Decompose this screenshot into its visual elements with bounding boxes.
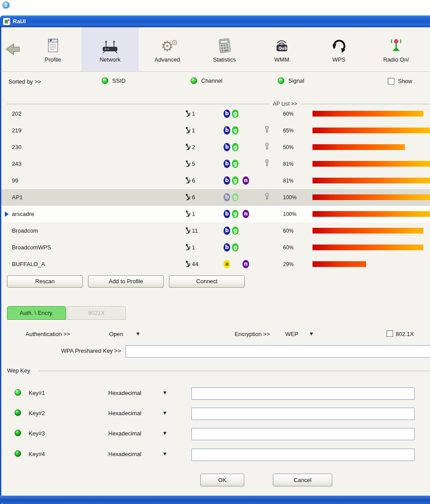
wep-key-input-3[interactable] (191, 428, 415, 440)
toolbar-item-wps[interactable]: WPS (310, 27, 368, 71)
sort-option-channel[interactable]: Channel (191, 77, 222, 84)
add-to-profile-button[interactable]: Add to Profile (88, 275, 164, 288)
toolbar-item-label: Advanced (154, 56, 180, 63)
toolbar-item-wmm[interactable]: QoSWMM (253, 27, 310, 71)
chevron-down-icon[interactable]: ▼ (163, 411, 166, 415)
ap-signal-percent: 65% (283, 128, 294, 134)
checkbox-icon (388, 78, 394, 84)
band-g-icon: g (232, 243, 239, 252)
sort-option-ssid[interactable]: SSID (102, 77, 125, 84)
wep-key-format-select[interactable]: Hexadecimal (108, 390, 141, 396)
back-button[interactable] (1, 27, 24, 71)
ap-row[interactable]: 2435bg81% (1, 156, 430, 172)
wep-key-row: Key#1Hexadecimal▼ (1, 387, 430, 400)
channel-icon (185, 244, 191, 251)
channel-number: 6 (192, 177, 195, 184)
ap-row[interactable]: AP16bg100% (1, 189, 430, 206)
ok-button[interactable]: OK (200, 474, 244, 486)
wep-key-group: Wep Key (7, 367, 430, 374)
toolbar-item-profile[interactable]: PProfile (24, 27, 81, 71)
window-title: RaUI (13, 18, 26, 25)
ap-channel: 11 (185, 227, 198, 234)
lock-icon (265, 193, 269, 200)
dot1x-checkbox[interactable] (386, 330, 393, 337)
ap-ssid: 243 (12, 161, 22, 167)
led-icon[interactable] (15, 409, 21, 416)
profile-icon: P (45, 36, 60, 54)
wep-key-format-select[interactable]: Hexadecimal (108, 430, 141, 437)
ap-row[interactable]: Broadcom11bg60% (1, 223, 430, 239)
ap-row[interactable]: arscadre1bgn100% (1, 206, 430, 223)
ap-row[interactable]: 2021bg60% (1, 106, 430, 122)
ap-row[interactable]: 996bgn81% (1, 172, 430, 189)
toolbar-item-radio[interactable]: Radio On/ (368, 27, 425, 71)
wep-key-format-select[interactable]: Hexadecimal (108, 410, 141, 416)
connect-button[interactable]: Connect (169, 275, 245, 288)
titlebar[interactable]: R RaUI (0, 15, 430, 27)
ap-row[interactable]: BUFFALO_A44an29% (1, 256, 430, 273)
toolbar-item-label: Profile (45, 56, 61, 63)
led-icon[interactable] (15, 389, 21, 396)
wep-key-label: Key#2 (29, 410, 45, 416)
sort-option-signal[interactable]: Signal (278, 77, 304, 84)
ap-channel: 1 (185, 110, 195, 117)
chevron-down-icon[interactable]: ▼ (136, 332, 140, 336)
raui-window: R RaUI PProfileNetwork⚙⚙AdvancedStatisti… (0, 15, 430, 504)
wmm-icon: QoS (273, 36, 290, 54)
led-icon[interactable] (15, 430, 21, 436)
ap-row[interactable]: BroadcomWPS1bg60% (1, 239, 430, 256)
ap-row[interactable]: 2191bg65% (1, 122, 430, 139)
channel-number: 2 (192, 144, 195, 150)
band-b-icon: b (224, 210, 230, 218)
wep-key-format-select[interactable]: Hexadecimal (108, 451, 141, 457)
toolbar-item-statistics[interactable]: Statistics (196, 27, 253, 71)
ap-ssid: BUFFALO_A (12, 261, 45, 267)
chevron-down-icon[interactable]: ▼ (163, 391, 166, 395)
ap-channel: 5 (185, 160, 195, 167)
svg-text:QoS: QoS (279, 46, 287, 50)
cancel-button[interactable]: Cancel (273, 474, 332, 486)
band-g-icon: g (232, 176, 239, 185)
wep-key-input-2[interactable] (191, 408, 415, 420)
led-icon[interactable] (15, 450, 21, 457)
encryption-select[interactable]: WEP (285, 331, 298, 337)
authentication-select[interactable]: Open (109, 331, 123, 337)
channel-icon (185, 160, 191, 167)
band-g-icon: g (232, 110, 239, 118)
channel-number: 11 (192, 227, 198, 234)
wps-icon (331, 36, 347, 54)
wpa-row: WPA Preshared Key >> (1, 345, 430, 358)
band-g-icon: g (232, 210, 239, 218)
ap-channel: 6 (185, 194, 195, 201)
chevron-down-icon[interactable]: ▼ (163, 452, 166, 456)
chevron-down-icon[interactable]: ▼ (310, 332, 313, 336)
band-b-icon: b (224, 176, 230, 185)
show-checkbox[interactable]: Show (388, 78, 412, 84)
tab-8021x[interactable]: 8021X (67, 306, 126, 320)
wep-key-row: Key#2Hexadecimal▼ (1, 408, 430, 420)
ap-signal-percent: 81% (283, 161, 294, 167)
channel-number: 1 (192, 127, 195, 134)
band-g-icon: g (232, 226, 239, 235)
channel-number: 5 (192, 161, 195, 167)
band-g-icon: g (232, 126, 239, 135)
led-icon (278, 77, 284, 84)
band-a-icon: a (224, 260, 230, 268)
toolbar-item-network[interactable]: Network (81, 27, 139, 71)
signal-bar (312, 261, 366, 267)
ap-bands: bg (224, 243, 259, 252)
tab-auth-encry[interactable]: Auth. \ Encry. (7, 306, 66, 320)
chevron-down-icon[interactable]: ▼ (163, 431, 166, 435)
band-g-icon: g (232, 160, 239, 168)
wep-key-row: Key#4Hexadecimal▼ (1, 449, 430, 461)
wep-key-input-4[interactable] (191, 449, 415, 461)
ap-row[interactable]: 2302bg50% (1, 139, 430, 156)
ap-signal-percent: 100% (283, 211, 297, 217)
ap-bands: bg (224, 126, 259, 135)
ap-signal-percent: 50% (283, 144, 294, 150)
sorted-by-label: Sorted by >> (8, 78, 41, 85)
toolbar-item-advanced[interactable]: ⚙⚙Advanced (139, 27, 196, 71)
wep-key-input-1[interactable] (191, 387, 415, 400)
rescan-button[interactable]: Rescan (7, 275, 83, 288)
wpa-preshared-key-input[interactable] (125, 345, 430, 358)
